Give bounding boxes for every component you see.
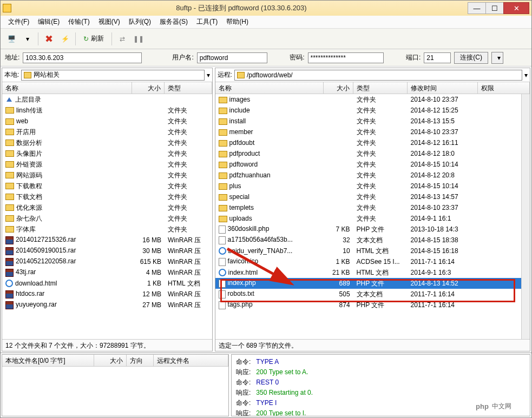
queue-list[interactable]	[2, 367, 228, 416]
dropdown-button[interactable]: ▾	[20, 31, 35, 47]
lightning-icon: ⚡	[61, 35, 69, 43]
list-item[interactable]: 20140509190015.rar30 MBWinRAR 压	[2, 246, 212, 256]
col-size[interactable]: 大小	[324, 82, 353, 94]
menu-tools[interactable]: 工具(T)	[192, 16, 222, 28]
remote-file-list[interactable]: images文件夹2014-8-10 23:37include文件夹2014-8…	[215, 94, 521, 339]
col-dir[interactable]: 方向	[127, 355, 154, 366]
list-item[interactable]: 头像图片文件夹	[2, 148, 212, 159]
close-button[interactable]: ✕	[503, 2, 529, 14]
chevron-down-icon[interactable]: ▾	[207, 71, 210, 79]
archive-icon	[5, 258, 14, 266]
list-item[interactable]: htdocs.rar12 MBWinRAR 压	[2, 289, 212, 300]
list-item[interactable]: include文件夹2014-8-12 15:25	[215, 105, 521, 116]
local-pane: 本地: 网站相关 ▾ 名称 大小 类型 上层目录linsh传送文件夹web文件夹…	[2, 68, 213, 351]
list-item[interactable]: 开店用文件夹	[2, 127, 212, 137]
file-icon	[219, 301, 226, 309]
file-icon	[219, 290, 226, 298]
port-label: 端口:	[406, 53, 421, 62]
folder-icon	[5, 150, 14, 157]
list-item[interactable]: 外链资源文件夹	[2, 159, 212, 170]
menu-help[interactable]: 帮助(H)	[222, 16, 253, 28]
list-item[interactable]: 优化来源文件夹	[2, 202, 212, 213]
list-item[interactable]: tags.php874PHP 文件2011-7-1 16:14	[215, 300, 521, 310]
list-item[interactable]: linsh传送文件夹	[2, 105, 212, 116]
folder-icon	[219, 129, 227, 136]
list-item[interactable]: 下载教程文件夹	[2, 181, 212, 191]
pause-button[interactable]: ❚❚	[131, 31, 146, 47]
list-item[interactable]: index.html21 KBHTML 文档2014-9-1 16:3	[215, 267, 521, 278]
list-item[interactable]: a1715b056a46fa53b...32文本文档2014-8-15 18:3…	[215, 235, 521, 246]
col-size[interactable]: 大小	[132, 82, 165, 94]
list-item[interactable]: 20140127215326.rar16 MBWinRAR 压	[2, 235, 212, 246]
list-item[interactable]: special文件夹2014-8-13 14:57	[215, 191, 521, 202]
list-item[interactable]: templets文件夹2014-8-10 23:37	[215, 202, 521, 213]
col-size[interactable]: 大小	[94, 355, 127, 366]
list-item[interactable]: 字体库文件夹	[2, 224, 212, 235]
list-item[interactable]: 网站源码文件夹	[2, 170, 212, 181]
minimize-button[interactable]: —	[468, 2, 486, 14]
list-item[interactable]: download.html1 KBHTML 文档	[2, 278, 212, 289]
list-item[interactable]: 360doskill.php7 KBPHP 文件2013-10-18 14:3	[215, 224, 521, 235]
list-item[interactable]: 杂七杂八文件夹	[2, 213, 212, 224]
list-item[interactable]: yuyueyong.rar27 MBWinRAR 压	[2, 300, 212, 310]
list-item[interactable]: 下载文档文件夹	[2, 191, 212, 202]
list-item[interactable]: web文件夹	[2, 116, 212, 127]
list-item[interactable]: robots.txt505文本文档2011-7-1 16:14	[215, 289, 521, 300]
scrollbar[interactable]	[521, 94, 530, 339]
reconnect-button[interactable]: ⚡	[57, 31, 73, 47]
list-item[interactable]: pdftoword文件夹2014-8-15 10:14	[215, 159, 521, 170]
folder-icon	[219, 172, 227, 179]
list-item[interactable]: images文件夹2014-8-10 23:37	[215, 94, 521, 105]
watermark: php 中文网	[458, 396, 529, 416]
menubar: 文件(F) 编辑(E) 传输(T) 视图(V) 队列(Q) 服务器(S) 工具(…	[1, 16, 531, 29]
local-file-list[interactable]: 上层目录linsh传送文件夹web文件夹开店用文件夹数据分析文件夹头像图片文件夹…	[2, 94, 212, 339]
host-input[interactable]	[23, 52, 142, 63]
connect-dropdown-button[interactable]: ▾	[491, 52, 503, 64]
menu-view[interactable]: 视图(V)	[94, 16, 124, 28]
disconnect-button[interactable]: ✖	[41, 31, 56, 47]
up-arrow-icon	[6, 97, 12, 102]
list-item[interactable]: plus文件夹2014-8-15 10:14	[215, 181, 521, 191]
port-input[interactable]	[424, 52, 451, 63]
list-item[interactable]: baidu_verify_TNAb7...10HTML 文档2014-8-15 …	[215, 246, 521, 256]
maximize-button[interactable]: ☐	[485, 2, 504, 14]
menu-queue[interactable]: 队列(Q)	[124, 16, 155, 28]
transfer-mode-button[interactable]: ⇄	[115, 31, 130, 47]
col-date[interactable]: 修改时间	[408, 82, 478, 94]
file-icon	[219, 258, 226, 266]
local-path-combo[interactable]: 网站相关	[21, 70, 204, 81]
col-perm[interactable]: 权限	[478, 82, 530, 94]
list-item[interactable]: uploads文件夹2014-9-1 16:1	[215, 213, 521, 224]
refresh-button[interactable]: ↻ 刷新	[78, 31, 109, 47]
password-input[interactable]	[308, 52, 384, 63]
col-type[interactable]: 类型	[165, 82, 212, 94]
list-item[interactable]: pdfzhuanhuan文件夹2014-8-12 20:8	[215, 170, 521, 181]
connect-button[interactable]: 连接(C)	[454, 52, 488, 64]
list-item[interactable]: member文件夹2014-8-10 23:37	[215, 127, 521, 137]
menu-transfer[interactable]: 传输(T)	[64, 16, 94, 28]
list-item[interactable]: 43tj.rar4 MBWinRAR 压	[2, 267, 212, 278]
list-item[interactable]: index.php689PHP 文件2014-8-13 14:52	[215, 278, 521, 289]
col-name[interactable]: 名称	[215, 82, 324, 94]
list-item[interactable]: favicon.ico1 KBACDSee 15 I...2011-7-1 16…	[215, 256, 521, 267]
menu-file[interactable]: 文件(F)	[4, 16, 34, 28]
menu-edit[interactable]: 编辑(E)	[34, 16, 64, 28]
username-input[interactable]	[197, 52, 267, 63]
archive-icon	[5, 247, 14, 255]
menu-server[interactable]: 服务器(S)	[155, 16, 192, 28]
col-type[interactable]: 类型	[353, 82, 408, 94]
list-item[interactable]: 上层目录	[2, 94, 212, 105]
list-item[interactable]: install文件夹2014-8-13 15:5	[215, 116, 521, 127]
remote-path-combo[interactable]: /pdftoword/web/	[234, 70, 522, 81]
archive-icon	[5, 290, 14, 298]
list-item[interactable]: 20140521202058.rar615 KBWinRAR 压	[2, 256, 212, 267]
col-localname[interactable]: 本地文件名[0/0 字节]	[2, 355, 94, 366]
list-item[interactable]: pdfproduct文件夹2014-8-12 18:0	[215, 148, 521, 159]
col-name[interactable]: 名称	[2, 82, 132, 94]
list-item[interactable]: 数据分析文件夹	[2, 137, 212, 148]
col-remotename[interactable]: 远程文件名	[154, 355, 228, 366]
list-item[interactable]: pdfdoubt文件夹2014-8-12 16:11	[215, 137, 521, 148]
sitemanager-button[interactable]: 🖥️	[4, 31, 19, 47]
chevron-down-icon[interactable]: ▾	[524, 71, 528, 79]
titlebar[interactable]: 8uftp - 已连接到 pdftoword (103.30.6.203) — …	[1, 1, 531, 16]
